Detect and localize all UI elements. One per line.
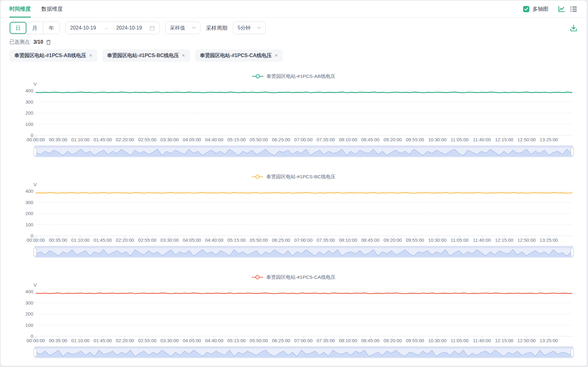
- x-axis-label: 08:45:00: [361, 137, 379, 142]
- line-chart-plot: V400300200100000:00:0000:35:0001:10:0001…: [1, 282, 587, 345]
- datazoom-slider[interactable]: [34, 246, 573, 258]
- y-axis-tick-label: 400: [25, 88, 33, 93]
- y-axis-tick-label: 100: [25, 121, 33, 127]
- x-axis-label: 01:45:00: [93, 237, 112, 243]
- x-axis-label: 13:25:00: [540, 137, 558, 142]
- y-axis-tick-label: 300: [25, 300, 33, 305]
- x-axis-label: 11:05:00: [451, 338, 469, 343]
- slider-handle-left[interactable]: [34, 348, 37, 357]
- date-range-picker[interactable]: 2024-10-19 → 2024-10-19: [66, 22, 160, 34]
- list-view-icon[interactable]: [569, 5, 578, 13]
- tab-time-dimension[interactable]: 时间维度: [9, 1, 31, 18]
- period-day-button[interactable]: 日: [10, 22, 26, 34]
- x-axis-label: 09:20:00: [384, 137, 402, 142]
- slider-handle-right[interactable]: [571, 148, 574, 156]
- legend-series-name: 奉贤园区电站-#1PCS-BC线电压: [266, 174, 335, 180]
- date-start-value[interactable]: 2024-10-19: [70, 25, 96, 31]
- x-axis-label: 06:25:00: [272, 137, 290, 142]
- multi-axis-label: 多轴图: [532, 5, 548, 13]
- chart-block: 奉贤园区电站-#1PCS-BC线电压V400300200100000:00:00…: [1, 172, 587, 272]
- x-axis-label: 04:05:00: [183, 338, 201, 343]
- series-line: [36, 92, 572, 93]
- legend-marker-icon: [252, 275, 263, 279]
- datazoom-slider[interactable]: [34, 145, 573, 157]
- charts-area: 奉贤园区电站-#1PCS-AB线电压V400300200100000:00:00…: [1, 71, 587, 366]
- x-axis-label: 06:25:00: [272, 338, 290, 343]
- line-chart-plot: V400300200100000:00:0000:35:0001:10:0001…: [1, 81, 587, 144]
- multi-axis-checkbox[interactable]: [523, 6, 529, 12]
- x-axis-label: 08:10:00: [339, 338, 357, 343]
- date-end-value[interactable]: 2024-10-19: [116, 25, 142, 31]
- x-axis-label: 01:10:00: [71, 338, 89, 343]
- sample-period-select[interactable]: 5分钟: [233, 22, 266, 34]
- y-axis-tick-label: 200: [25, 211, 33, 216]
- x-axis-label: 03:30:00: [161, 137, 179, 142]
- period-year-button[interactable]: 年: [43, 22, 60, 34]
- x-axis-label: 02:20:00: [116, 137, 134, 142]
- chart-legend[interactable]: 奉贤园区电站-#1PCS-CA线电压: [1, 272, 587, 282]
- y-axis-tick-label: 300: [25, 99, 33, 105]
- x-axis-label: 05:15:00: [227, 338, 246, 343]
- x-axis-label: 12:15:00: [495, 338, 513, 343]
- selected-points-label: 已选测点:: [9, 39, 31, 46]
- x-axis-label: 01:10:00: [71, 137, 89, 142]
- chevron-down-icon: [192, 27, 196, 29]
- x-axis-label: 05:50:00: [250, 137, 268, 142]
- tag-pcs-ab: 奉贤园区电站-#1PCS-AB线电压 ×: [9, 49, 97, 62]
- chart-legend[interactable]: 奉贤园区电站-#1PCS-BC线电压: [1, 172, 587, 182]
- y-axis-tick-label: 200: [25, 110, 33, 116]
- download-icon[interactable]: [569, 24, 578, 32]
- x-axis-label: 10:30:00: [428, 338, 446, 343]
- period-month-button[interactable]: 月: [26, 22, 43, 34]
- tag-pcs-bc: 奉贤园区电站-#1PCS-BC线电压 ×: [102, 49, 190, 62]
- x-axis-label: 09:55:00: [406, 338, 424, 343]
- y-axis-tick-label: 100: [25, 222, 33, 227]
- datazoom-slider[interactable]: [34, 346, 573, 358]
- tag-close-icon[interactable]: ×: [182, 53, 185, 58]
- datazoom-top-strip: [35, 246, 573, 248]
- chart-view-icon[interactable]: [557, 5, 566, 13]
- x-axis-label: 13:25:00: [540, 237, 558, 243]
- x-axis-label: 12:50:00: [517, 237, 536, 243]
- panel-card: 时间维度 数据维度 多轴图: [0, 0, 587, 366]
- x-axis-label: 11:05:00: [451, 237, 469, 243]
- x-axis-label: 12:15:00: [495, 137, 513, 142]
- x-axis-label: 13:25:00: [540, 338, 558, 343]
- slider-handle-left[interactable]: [34, 248, 37, 256]
- sample-type-select[interactable]: 采样值: [165, 22, 200, 34]
- trash-icon[interactable]: [46, 39, 51, 45]
- chart-legend[interactable]: 奉贤园区电站-#1PCS-AB线电压: [1, 71, 587, 81]
- controls-row: 日 月 年 2024-10-19 → 2024-10-19 采样值 采样周期 5…: [9, 22, 578, 34]
- legend-marker-icon: [252, 74, 263, 78]
- x-axis-label: 02:55:00: [138, 137, 156, 142]
- x-axis-label: 10:30:00: [428, 237, 446, 243]
- slider-handle-left[interactable]: [34, 148, 37, 156]
- x-axis-label: 09:20:00: [384, 237, 402, 243]
- tab-data-dimension[interactable]: 数据维度: [41, 1, 63, 18]
- selected-tags-row: 奉贤园区电站-#1PCS-AB线电压 × 奉贤园区电站-#1PCS-BC线电压 …: [9, 49, 578, 62]
- tag-close-icon[interactable]: ×: [89, 53, 92, 58]
- date-range-arrow: →: [103, 25, 109, 31]
- x-axis-label: 05:50:00: [250, 338, 268, 343]
- x-axis-label: 02:55:00: [138, 338, 156, 343]
- legend-marker-icon: [252, 175, 263, 179]
- selected-points-count: 3/10: [33, 39, 43, 45]
- line-chart-plot: V400300200100000:00:0000:35:0001:10:0001…: [1, 182, 587, 245]
- x-axis-label: 03:30:00: [161, 338, 179, 343]
- chart-block: 奉贤园区电站-#1PCS-CA线电压V400300200100000:00:00…: [1, 272, 587, 366]
- x-axis-label: 08:45:00: [361, 338, 379, 343]
- tag-label: 奉贤园区电站-#1PCS-BC线电压: [107, 52, 179, 59]
- x-axis-label: 08:10:00: [339, 237, 357, 243]
- x-axis-label: 00:00:00: [27, 338, 45, 343]
- chevron-down-icon: [257, 27, 261, 29]
- tag-close-icon[interactable]: ×: [275, 53, 278, 58]
- slider-handle-right[interactable]: [571, 248, 574, 256]
- x-axis-label: 01:45:00: [93, 137, 112, 142]
- y-axis-tick-label: 300: [25, 200, 33, 205]
- y-axis-unit: V: [34, 282, 37, 288]
- x-axis-label: 12:50:00: [517, 137, 536, 142]
- slider-handle-right[interactable]: [571, 348, 574, 357]
- chart-block: 奉贤园区电站-#1PCS-AB线电压V400300200100000:00:00…: [1, 71, 587, 172]
- tabbar-right-tools: 多轴图: [523, 5, 578, 13]
- x-axis-label: 12:15:00: [495, 237, 513, 243]
